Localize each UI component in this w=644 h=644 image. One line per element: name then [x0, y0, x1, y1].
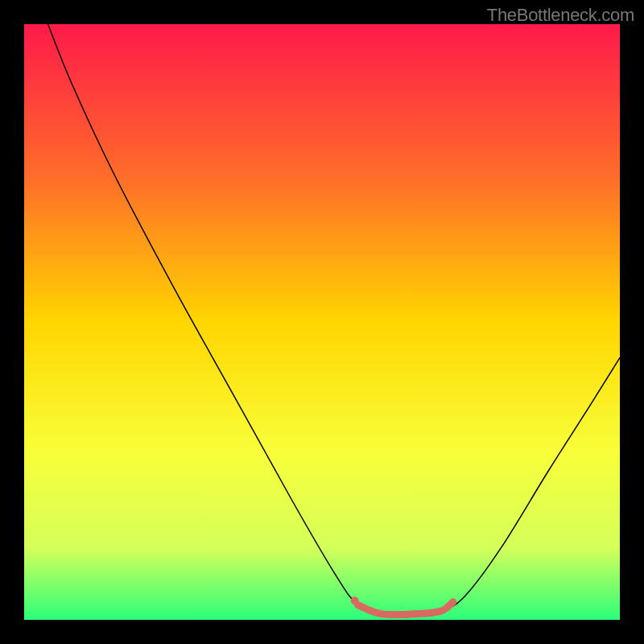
chart-background [24, 24, 620, 620]
chart-frame: TheBottleneck.com [0, 0, 644, 644]
watermark-text: TheBottleneck.com [487, 5, 634, 26]
plot-area [24, 24, 620, 620]
chart-svg [24, 24, 620, 620]
marker-dot [351, 597, 359, 605]
